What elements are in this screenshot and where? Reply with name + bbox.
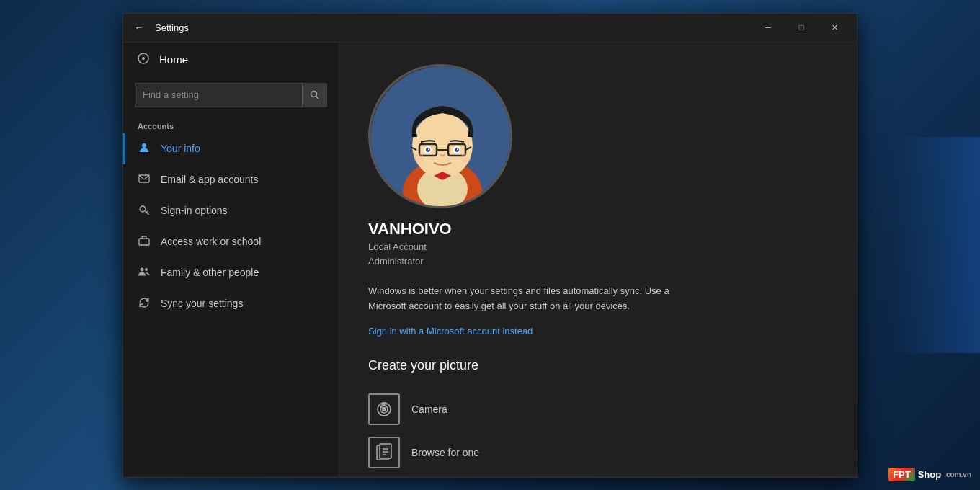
- camera-label: Camera: [411, 404, 447, 415]
- svg-point-1: [142, 57, 145, 60]
- sidebar-item-your-info[interactable]: Your info: [123, 133, 339, 164]
- sidebar-item-sign-in[interactable]: Sign-in options: [123, 195, 339, 226]
- windows-logo-hint: [894, 137, 980, 353]
- fpt-logo: FPT: [888, 468, 915, 481]
- create-picture-section: Create your picture Camera: [368, 358, 828, 474]
- svg-point-26: [428, 148, 429, 150]
- sidebar-item-access-work[interactable]: Access work or school: [123, 226, 339, 257]
- svg-point-25: [455, 148, 459, 152]
- svg-point-10: [141, 267, 144, 271]
- sidebar-item-sync[interactable]: Sync your settings: [123, 288, 339, 319]
- svg-point-29: [460, 153, 471, 164]
- home-label: Home: [159, 53, 188, 66]
- sidebar-home[interactable]: Home: [123, 43, 339, 77]
- svg-point-6: [140, 206, 146, 212]
- your-info-label: Your info: [161, 143, 200, 154]
- username-text: VANHOIVO: [368, 220, 452, 239]
- family-label: Family & other people: [161, 267, 259, 278]
- sidebar: Home Accounts: [123, 43, 339, 477]
- avatar-section: VANHOIVO Local Account Administrator: [368, 64, 828, 270]
- main-content: Home Accounts: [123, 43, 857, 477]
- shop-text: Shop: [918, 469, 942, 480]
- search-input[interactable]: [135, 89, 302, 100]
- sidebar-item-family[interactable]: Family & other people: [123, 257, 339, 288]
- microsoft-account-link[interactable]: Sign in with a Microsoft account instead: [368, 326, 828, 337]
- avatar-image: [370, 66, 512, 208]
- sync-label: Sync your settings: [161, 298, 243, 309]
- camera-option[interactable]: Camera: [368, 388, 828, 431]
- email-accounts-label: Email & app accounts: [161, 174, 258, 185]
- svg-point-24: [426, 148, 430, 152]
- svg-rect-36: [380, 444, 391, 458]
- close-button[interactable]: ✕: [818, 16, 851, 39]
- window-title: Settings: [155, 22, 752, 33]
- title-bar: ← Settings ─ □ ✕: [123, 14, 857, 43]
- svg-point-27: [457, 148, 458, 150]
- group-icon: [138, 266, 151, 280]
- settings-window: ← Settings ─ □ ✕ Home: [122, 13, 858, 478]
- home-icon: [138, 53, 149, 67]
- svg-point-16: [412, 113, 473, 178]
- sign-in-label: Sign-in options: [161, 205, 228, 216]
- svg-point-2: [311, 92, 317, 97]
- sync-info-text: Windows is better when your settings and…: [368, 284, 700, 314]
- search-button[interactable]: [302, 83, 326, 107]
- briefcase-icon: [138, 235, 151, 249]
- accounts-section-label: Accounts: [123, 117, 339, 133]
- sidebar-item-email-accounts[interactable]: Email & app accounts: [123, 164, 339, 195]
- back-button[interactable]: ←: [129, 17, 149, 37]
- svg-point-4: [142, 143, 146, 148]
- svg-line-3: [316, 97, 319, 99]
- camera-icon: [368, 393, 400, 425]
- sync-icon: [138, 297, 151, 311]
- svg-rect-9: [139, 239, 149, 245]
- svg-point-33: [380, 406, 382, 407]
- account-type-line1: Local Account: [368, 240, 452, 255]
- domain-text: .com.vn: [944, 471, 971, 478]
- search-container: [123, 77, 339, 117]
- browse-label: Browse for one: [411, 447, 479, 458]
- avatar-circle: [368, 64, 512, 208]
- minimize-button[interactable]: ─: [752, 16, 785, 39]
- access-work-label: Access work or school: [161, 236, 261, 247]
- account-type-line2: Administrator: [368, 254, 452, 270]
- svg-line-8: [146, 211, 148, 213]
- maximize-button[interactable]: □: [785, 16, 818, 39]
- svg-rect-34: [382, 403, 386, 405]
- content-panel: VANHOIVO Local Account Administrator Win…: [339, 43, 857, 477]
- username: VANHOIVO Local Account Administrator: [368, 220, 452, 270]
- browse-icon: [368, 437, 400, 468]
- email-icon: [138, 173, 151, 187]
- search-box: [135, 83, 327, 107]
- svg-point-28: [414, 153, 424, 164]
- watermark: FPT Shop .com.vn: [888, 468, 971, 481]
- svg-point-11: [145, 268, 148, 271]
- person-icon: [138, 142, 151, 156]
- browse-option[interactable]: Browse for one: [368, 431, 828, 474]
- key-icon: [138, 204, 151, 218]
- svg-point-32: [383, 407, 386, 411]
- window-controls: ─ □ ✕: [752, 16, 851, 39]
- create-picture-title: Create your picture: [368, 358, 828, 373]
